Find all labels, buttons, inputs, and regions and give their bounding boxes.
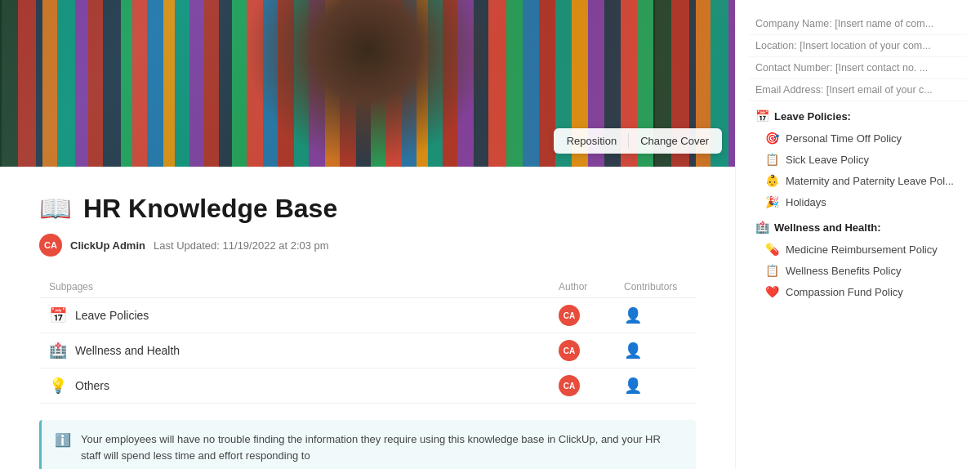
page-title-row: 📖 HR Knowledge Base (39, 193, 696, 224)
sidebar-item[interactable]: 📋 Sick Leave Policy (749, 149, 967, 170)
cover-image: Reposition Change Cover (0, 0, 735, 167)
leave-policies-header: 📅 Leave Policies: (749, 101, 967, 127)
sidebar-item[interactable]: 💊 Medicine Reimbursement Policy (749, 239, 967, 260)
sidebar-item[interactable]: ❤️ Compassion Fund Policy (749, 281, 967, 302)
subpage-icon: 💡 (49, 377, 67, 395)
company-name-field: Company Name: [Insert name of com... (749, 13, 967, 35)
sidebar-item-icon: 📋 (765, 153, 779, 166)
contributor-icon: 👤 (624, 307, 642, 324)
page-title-icon: 📖 (39, 193, 72, 224)
cover-buttons: Reposition Change Cover (554, 128, 722, 154)
author-avatar: CA (559, 340, 580, 361)
col-subpages: Subpages (39, 276, 549, 298)
subpage-name-cell: 📅 Leave Policies (49, 306, 539, 324)
contributor-icon: 👤 (624, 342, 642, 359)
info-icon: ℹ️ (55, 432, 71, 448)
info-box: ℹ️ Your employees will have no trouble f… (39, 420, 696, 469)
sidebar-item[interactable]: 👶 Maternity and Paternity Leave Pol... (749, 170, 967, 191)
wellness-header: 🏥 Wellness and Health: (749, 212, 967, 239)
wellness-label: Wellness and Health: (774, 221, 881, 234)
page-meta: CA ClickUp Admin Last Updated: 11/19/202… (39, 234, 696, 257)
contact-field: Contact Number: [Insert contact no. ... (749, 57, 967, 79)
person-silhouette (245, 0, 490, 167)
sidebar-item-label: Wellness Benefits Policy (786, 265, 901, 277)
sidebar-item-label: Sick Leave Policy (786, 154, 869, 166)
cover-divider (628, 133, 629, 149)
table-row[interactable]: 📅 Leave Policies CA 👤 (39, 298, 696, 333)
email-field: Email Address: [Insert email of your c..… (749, 79, 967, 101)
contributor-icon: 👤 (624, 377, 642, 394)
sidebar-item-label: Compassion Fund Policy (786, 286, 903, 298)
sidebar-item-label: Maternity and Paternity Leave Pol... (786, 175, 954, 187)
sidebar-item-icon: 📋 (765, 264, 779, 277)
sidebar-item-icon: ❤️ (765, 285, 779, 298)
sidebar-item-icon: 👶 (765, 174, 779, 187)
page-title: HR Knowledge Base (83, 194, 337, 224)
change-cover-button[interactable]: Change Cover (632, 132, 717, 150)
subpage-name: Others (75, 379, 109, 392)
info-box-text: Your employees will have no trouble find… (81, 431, 683, 463)
author-name: ClickUp Admin (70, 239, 145, 252)
main-content: Reposition Change Cover 📖 HR Knowledge B… (0, 0, 735, 469)
wellness-items-list: 💊 Medicine Reimbursement Policy 📋 Wellne… (749, 239, 967, 302)
reposition-button[interactable]: Reposition (559, 132, 625, 150)
sidebar-item-label: Medicine Reimbursement Policy (786, 243, 938, 256)
table-row[interactable]: 💡 Others CA 👤 (39, 368, 696, 404)
sidebar-item-icon: 🎉 (765, 195, 779, 208)
col-author: Author (549, 276, 614, 298)
sidebar-item[interactable]: 🎉 Holidays (749, 191, 967, 212)
subpages-body: 📅 Leave Policies CA 👤 🏥 Wellness and Hea… (39, 298, 696, 404)
author-avatar: CA (559, 305, 580, 326)
subpages-table: Subpages Author Contributors 📅 Leave Pol… (39, 276, 696, 404)
leave-items-list: 🎯 Personal Time Off Policy 📋 Sick Leave … (749, 127, 967, 212)
last-updated-label: Last Updated: 11/19/2022 at 2:03 pm (154, 239, 329, 252)
subpage-name: Leave Policies (75, 309, 149, 322)
sidebar-item-label: Holidays (786, 196, 826, 208)
leave-policies-label: Leave Policies: (774, 110, 851, 123)
author-avatar: CA (559, 375, 580, 396)
col-contributors: Contributors (614, 276, 696, 298)
leave-policies-section-icon: 📅 (755, 109, 769, 123)
wellness-section-icon: 🏥 (755, 221, 769, 234)
table-row[interactable]: 🏥 Wellness and Health CA 👤 (39, 333, 696, 368)
sidebar-item[interactable]: 📋 Wellness Benefits Policy (749, 260, 967, 281)
sidebar-item-icon: 🎯 (765, 132, 779, 145)
subpage-icon: 📅 (49, 306, 67, 324)
right-sidebar: Company Name: [Insert name of com... Loc… (735, 0, 980, 469)
sidebar-item-icon: 💊 (765, 243, 779, 256)
author-avatar: CA (39, 234, 62, 257)
sidebar-item-label: Personal Time Off Policy (786, 132, 902, 145)
subpage-icon: 🏥 (49, 342, 67, 360)
page-body: 📖 HR Knowledge Base CA ClickUp Admin Las… (0, 167, 735, 469)
subpage-name: Wellness and Health (75, 344, 180, 357)
sidebar-item[interactable]: 🎯 Personal Time Off Policy (749, 127, 967, 149)
location-field: Location: [Insert location of your com..… (749, 35, 967, 57)
subpage-name-cell: 🏥 Wellness and Health (49, 342, 539, 360)
subpage-name-cell: 💡 Others (49, 377, 539, 395)
